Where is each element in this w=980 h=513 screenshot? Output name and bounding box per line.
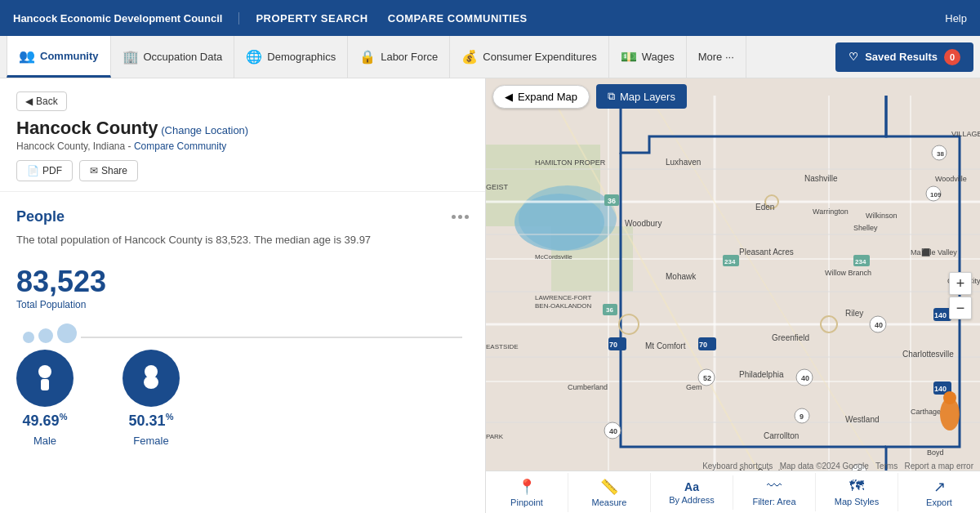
sidebar-item-more[interactable]: More ··· (687, 36, 746, 78)
svg-text:McCordsville: McCordsville (535, 253, 572, 261)
dot-2 (458, 215, 462, 219)
zoom-out-button[interactable]: − (949, 297, 972, 319)
community-icon: 👥 (19, 47, 35, 64)
people-section-title: People (16, 208, 65, 225)
svg-rect-1 (41, 379, 49, 390)
svg-text:Riley: Riley (845, 309, 863, 318)
svg-text:Shelley: Shelley (853, 224, 878, 232)
svg-text:Eden: Eden (755, 203, 774, 212)
map-styles-tool[interactable]: 🗺 Map Styles (816, 473, 898, 511)
laborforce-label: Labor Force (381, 51, 438, 63)
svg-text:109: 109 (930, 191, 942, 199)
circle-small (23, 332, 34, 343)
male-label: Male (33, 435, 56, 447)
svg-text:140: 140 (934, 311, 947, 319)
dot-1 (452, 215, 456, 219)
property-search-link[interactable]: PROPERTY SEARCH (256, 12, 368, 25)
svg-text:EASTSIDE: EASTSIDE (486, 343, 519, 350)
pinpoint-icon: 📍 (518, 478, 536, 496)
svg-text:Willow Branch: Willow Branch (825, 269, 871, 277)
compare-community-link[interactable]: Compare Community (134, 141, 226, 152)
measure-tool[interactable]: 📏 Measure (568, 473, 651, 512)
pdf-label: PDF (42, 165, 62, 176)
svg-text:70: 70 (699, 341, 707, 349)
pdf-icon: 📄 (27, 165, 39, 176)
main-content: ◀ Back Hancock County (Change Location) … (0, 78, 980, 513)
svg-text:Boyd: Boyd (927, 448, 944, 457)
left-panel: ◀ Back Hancock County (Change Location) … (0, 78, 486, 513)
gender-chart: 49.69% Male 50.31% Female (16, 350, 469, 447)
location-title: Hancock County (16, 118, 158, 138)
location-header: ◀ Back Hancock County (Change Location) … (0, 78, 485, 192)
people-section: People The total population of Hancock C… (0, 192, 485, 460)
sidebar-item-community[interactable]: 👥 Community (7, 36, 111, 78)
help-link[interactable]: Help (945, 12, 967, 25)
svg-text:Carthage: Carthage (911, 408, 941, 416)
svg-text:GEIST: GEIST (486, 183, 509, 191)
svg-text:70: 70 (609, 341, 617, 349)
change-location-link[interactable]: (Change Location) (161, 124, 248, 136)
compare-communities-link[interactable]: COMPARE COMMUNITIES (388, 12, 528, 25)
svg-text:Mohawk: Mohawk (666, 272, 697, 281)
sidebar-item-occupation[interactable]: 🏢 Occupation Data (111, 36, 235, 78)
back-button[interactable]: ◀ Back (16, 91, 67, 111)
male-stat: 49.69% Male (16, 350, 74, 447)
filter-area-tool[interactable]: 〰 Filter: Area (733, 473, 816, 511)
terms-link[interactable]: Terms (875, 462, 898, 471)
export-label: Export (926, 497, 952, 507)
map-svg: Luxhaven HAMILTON PROPER Woodbury McCord… (486, 78, 980, 513)
sidebar-item-wages[interactable]: 💵 Wages (609, 36, 687, 78)
consumer-label: Consumer Expenditures (483, 51, 596, 63)
baseline-bar (81, 337, 462, 338)
svg-text:9: 9 (800, 413, 804, 421)
map-area[interactable]: Luxhaven HAMILTON PROPER Woodbury McCord… (486, 78, 980, 513)
zoom-in-button[interactable]: + (949, 272, 972, 295)
byaddress-icon: Aa (684, 480, 699, 493)
sidebar-item-laborforce[interactable]: 🔒 Labor Force (348, 36, 450, 78)
people-description: The total population of Hancock County i… (16, 232, 469, 248)
export-tool[interactable]: ↗ Export (898, 473, 980, 512)
svg-text:40: 40 (875, 321, 883, 329)
expand-arrow-icon: ◀ (505, 91, 513, 103)
occupation-icon: 🏢 (122, 49, 139, 65)
map-bottom-toolbar: 📍 Pinpoint 📏 Measure Aa By Address 〰 Fil… (486, 471, 980, 513)
section-options[interactable] (452, 215, 469, 219)
pinpoint-tool[interactable]: 📍 Pinpoint (486, 473, 568, 512)
svg-text:VILLAGE: VILLAGE (951, 130, 980, 138)
location-subtitle: Hancock County, Indiana - Compare Commun… (16, 141, 469, 152)
expand-map-button[interactable]: ◀ Expand Map (492, 85, 590, 109)
svg-text:Gem: Gem (686, 383, 702, 391)
expand-map-label: Expand Map (518, 91, 577, 103)
saved-count-badge: 0 (944, 49, 960, 65)
dot-3 (465, 215, 469, 219)
female-icon (122, 350, 180, 407)
male-percentage: 49.69% (23, 412, 68, 430)
svg-text:Luxhaven: Luxhaven (666, 158, 701, 167)
svg-text:Wilkinson: Wilkinson (866, 212, 898, 220)
filterarea-label: Filter: Area (752, 497, 795, 506)
svg-text:140: 140 (934, 385, 947, 393)
back-label: Back (36, 96, 58, 107)
svg-text:Greenfield: Greenfield (772, 333, 809, 342)
measure-label: Measure (592, 497, 627, 507)
saved-results-button[interactable]: ♡ Saved Results 0 (835, 42, 973, 72)
share-icon: ✉ (90, 165, 98, 176)
share-button[interactable]: ✉ Share (79, 160, 138, 181)
by-address-tool[interactable]: Aa By Address (651, 475, 733, 510)
svg-text:PARK: PARK (486, 433, 504, 440)
map-layers-button[interactable]: ⧉ Map Layers (596, 84, 687, 109)
filterarea-icon: 〰 (767, 478, 782, 495)
share-label: Share (101, 165, 127, 176)
svg-text:Warrington: Warrington (813, 207, 849, 216)
report-error-link[interactable]: Report a map error (905, 462, 973, 471)
keyboard-shortcuts[interactable]: Keyboard shortcuts (702, 462, 773, 471)
secondary-navigation: 👥 Community 🏢 Occupation Data 🌐 Demograp… (0, 36, 980, 78)
saved-results-label: Saved Results (865, 51, 938, 63)
zoom-controls: + − (949, 272, 972, 319)
sidebar-item-demographics[interactable]: 🌐 Demographics (234, 36, 348, 78)
section-header: People (16, 208, 469, 225)
female-label: Female (133, 435, 168, 447)
pdf-button[interactable]: 📄 PDF (16, 160, 73, 181)
county-state-label: Hancock County, Indiana - (16, 141, 131, 152)
sidebar-item-consumer[interactable]: 💰 Consumer Expenditures (450, 36, 608, 78)
